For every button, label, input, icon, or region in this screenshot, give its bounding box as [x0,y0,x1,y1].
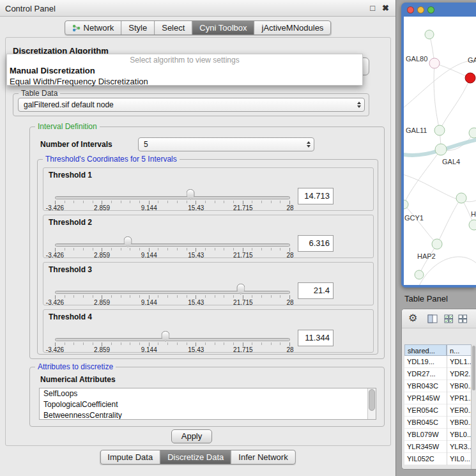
select-all-checkboxes-icon[interactable] [444,314,454,323]
gear-icon[interactable]: ⚙ [408,312,417,324]
network-node-hap2[interactable] [432,239,442,249]
column-header-shared-name[interactable]: shared... [404,344,447,356]
network-node-selected[interactable] [465,73,475,83]
table-row[interactable]: YBL079WYBL0... [404,429,472,441]
node-label-gal80[interactable]: GAL80 [406,55,427,63]
threshold-2-panel: Threshold 2 -3.426 2.859 9.144 15.43 21.… [43,215,374,258]
cell-name[interactable]: YIL0... [447,453,472,465]
table-row[interactable]: YIL052CYIL0... [404,453,472,465]
table-row[interactable]: YLR345WYLR3... [404,441,472,453]
scale-label: 15.43 [188,299,204,306]
table-row[interactable]: YBR043CYBR0... [404,380,472,392]
tab-impute-data[interactable]: Impute Data [100,450,160,464]
threshold-3-slider[interactable]: -3.426 2.859 9.144 15.43 21.715 28 [55,263,290,306]
network-node[interactable] [425,30,434,39]
threshold-4-slider[interactable]: -3.426 2.859 9.144 15.43 21.715 28 [55,310,290,353]
slider-track[interactable] [55,196,290,199]
table-row[interactable]: YPR145WYPR1... [404,392,472,404]
threshold-4-value-field[interactable]: 11.344 [298,330,334,346]
tab-network[interactable]: Network [65,21,121,35]
threshold-3-value-field[interactable]: 21.4 [298,282,334,299]
node-label-gcy1[interactable]: GCY1 [404,214,424,222]
close-traffic-light-icon[interactable] [407,6,414,13]
list-item[interactable]: SelfLoops [40,388,376,399]
tab-select[interactable]: Select [154,21,192,35]
cell-name[interactable]: YLR3... [447,441,472,453]
threshold-2-value-field[interactable]: 6.316 [298,235,334,252]
cell-shared-name[interactable]: YBR045C [404,417,447,429]
scale-label: 2.859 [94,346,110,353]
cell-shared-name[interactable]: YER054C [404,404,447,417]
cell-name[interactable]: YBL0... [447,429,472,441]
tab-cyni-toolbox[interactable]: Cyni Toolbox [192,21,254,35]
cell-shared-name[interactable]: YPR145W [404,392,447,404]
table-row[interactable]: YBR045CYBR0... [404,417,472,429]
scale-label: 15.43 [188,252,204,259]
dropdown-option-manual-discretization[interactable]: Manual Discretization [7,65,362,76]
table-row[interactable]: YER054CYER0... [404,404,472,417]
minimize-traffic-light-icon[interactable] [417,6,424,13]
close-window-icon[interactable]: ✖ [382,3,389,13]
number-of-intervals-select[interactable]: 5 [138,137,314,151]
tab-label: Cyni Toolbox [199,23,247,33]
cell-name[interactable]: YER0... [447,404,472,417]
node-label-gal4[interactable]: GAL4 [442,158,460,165]
node-label-gal11[interactable]: GAL11 [406,127,427,134]
scrollbar-thumb[interactable] [369,389,375,411]
scale-label: 21.715 [233,299,253,306]
network-node-gal11[interactable] [434,125,445,135]
cell-shared-name[interactable]: YLR345W [404,441,447,453]
network-node[interactable] [404,200,408,209]
tab-discretize-data[interactable]: Discretize Data [160,450,231,464]
list-item[interactable]: BetweennessCentrality [40,410,376,420]
scrollbar-thumb[interactable] [472,346,475,390]
network-node[interactable] [469,128,476,138]
threshold-1-slider[interactable]: -3.426 2.859 9.144 15.43 21.715 28 [55,168,290,211]
network-node[interactable] [469,220,476,230]
cell-name[interactable]: YDL1... [447,356,472,368]
threshold-1-value-field[interactable]: 14.713 [298,188,334,204]
cell-shared-name[interactable]: YDL19... [404,356,447,368]
float-window-icon[interactable]: □ [370,3,375,13]
network-canvas[interactable]: GAL80 GA GAL11 GAL4 GCY1 H HAP2 [404,17,476,285]
apply-button[interactable]: Apply [171,429,212,443]
zoom-traffic-light-icon[interactable] [427,6,434,13]
threshold-2-slider[interactable]: -3.426 2.859 9.144 15.43 21.715 28 [55,215,290,259]
show-columns-icon[interactable] [427,314,438,323]
table-data-group-title: Table Data [19,89,60,98]
node-label-cut[interactable]: H [471,210,476,218]
slider-track[interactable] [55,291,290,294]
list-scrollbar[interactable] [367,388,376,419]
tab-label: Infer Network [238,452,288,462]
network-node-gal4[interactable] [435,144,447,155]
cell-name[interactable]: YBR0... [447,380,472,392]
table-scrollbar[interactable] [471,344,476,469]
tab-style[interactable]: Style [121,21,154,35]
cell-shared-name[interactable]: YBL079W [404,429,447,441]
cell-shared-name[interactable]: YIL052C [404,453,447,465]
cell-shared-name[interactable]: YDR27... [404,368,447,380]
dropdown-option-equal-width[interactable]: Equal Width/Frequency Discretization [7,76,362,87]
cell-name[interactable]: YPR1... [447,392,472,404]
slider-track[interactable] [55,243,290,247]
cell-name[interactable]: YBR0... [447,417,472,429]
control-panel-window: Control Panel □ ✖ Network Style Select C… [0,0,396,476]
network-node[interactable] [415,270,424,279]
list-item[interactable]: TopologicalCoefficient [40,399,376,410]
network-node[interactable] [456,193,466,203]
table-row[interactable]: YDL19...YDL1... [404,356,472,368]
cyni-mode-tab-bar: Impute Data Discretize Data Infer Networ… [100,450,295,464]
network-node-gal80[interactable] [429,58,440,68]
slider-track[interactable] [55,338,290,341]
tab-jactivemnodules[interactable]: jActiveMNodules [254,21,331,35]
scale-label: -3.426 [46,252,64,259]
node-label-cut[interactable]: GA [468,56,476,64]
cell-shared-name[interactable]: YBR043C [404,380,447,392]
column-header-name[interactable]: n... [447,344,472,356]
clear-checkboxes-icon[interactable] [458,314,468,323]
table-row[interactable]: YDR27...YDR2... [404,368,472,380]
table-data-select[interactable]: galFiltered.sif default node [18,98,365,112]
tab-infer-network[interactable]: Infer Network [231,450,295,464]
cell-name[interactable]: YDR2... [447,368,472,380]
node-label-hap2[interactable]: HAP2 [417,252,436,260]
